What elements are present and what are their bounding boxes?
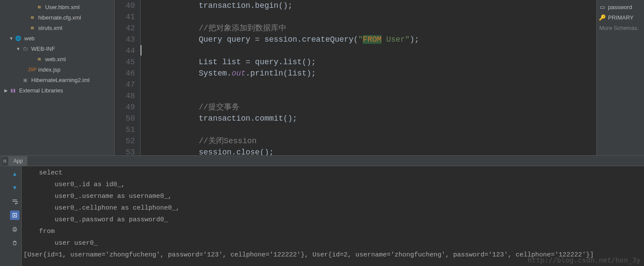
- code-line[interactable]: [147, 90, 596, 102]
- tree-item-external-libraries[interactable]: ▶▮▮External Libraries: [0, 85, 114, 95]
- editor-code-area[interactable]: transaction.begin();//把对象添加到数据库中Query qu…: [141, 0, 596, 155]
- code-line[interactable]: [147, 79, 596, 90]
- tree-item-label: User.hbm.xml: [45, 4, 79, 10]
- console-line: from: [23, 226, 644, 237]
- code-line[interactable]: [147, 45, 596, 56]
- line-number: 49: [115, 102, 135, 113]
- down-icon[interactable]: ▼: [10, 183, 20, 192]
- db-key-label: PRIMARY: [608, 14, 634, 21]
- soft-wrap-icon[interactable]: [10, 197, 20, 206]
- console-line: select: [23, 167, 644, 179]
- scroll-to-end-icon[interactable]: [10, 210, 20, 220]
- console-line: user0_.id as id0_,: [23, 179, 644, 190]
- line-number: 53: [115, 147, 135, 155]
- console-tab-icon[interactable]: n: [1, 156, 9, 166]
- line-number: 43: [115, 34, 135, 45]
- tree-item-label: hibernate.cfg.xml: [38, 14, 81, 21]
- line-number: 52: [115, 135, 135, 147]
- line-number: 42: [115, 23, 135, 34]
- tree-item-hibernatelearning2-iml[interactable]: ▣HibernateLearning2.iml: [0, 75, 114, 85]
- line-number: 47: [115, 79, 135, 90]
- tree-item-web-xml[interactable]: ≋web.xml: [0, 54, 114, 64]
- tree-item-label: index.jsp: [38, 66, 60, 73]
- console-line: user0_.cellphone as cellphone0_,: [23, 202, 644, 214]
- more-schemas-link[interactable]: More Schemas.: [599, 23, 644, 33]
- editor-gutter: 4041424344454647484950515253: [115, 0, 141, 155]
- code-line[interactable]: Query query = session.createQuery("FROM …: [147, 34, 596, 45]
- svg-rect-1: [13, 227, 16, 229]
- tree-item-web[interactable]: ▼🌐web: [0, 33, 114, 43]
- tree-item-label: External Libraries: [19, 87, 63, 94]
- db-key-row[interactable]: 🔑 PRIMARY: [599, 12, 644, 23]
- code-line[interactable]: System.out.println(list);: [147, 68, 596, 79]
- tree-item-web-inf[interactable]: ▼🗀WEB-INF: [0, 43, 114, 54]
- line-number: 51: [115, 124, 135, 135]
- line-number: 46: [115, 68, 135, 79]
- tree-toggle-icon[interactable]: ▼: [16, 46, 21, 51]
- console-tab-app[interactable]: App: [9, 156, 27, 166]
- tree-item-label: web.xml: [45, 56, 66, 62]
- console-line: user0_.username as username0_,: [23, 190, 644, 202]
- tree-item-label: WEB-INF: [31, 46, 55, 52]
- code-line[interactable]: //提交事务: [147, 102, 596, 113]
- tree-item-label: struts.xml: [38, 25, 62, 31]
- tree-toggle-icon[interactable]: ▼: [9, 36, 14, 41]
- tree-toggle-icon: [23, 15, 28, 20]
- code-line[interactable]: [147, 124, 596, 135]
- line-number: 48: [115, 90, 135, 102]
- tree-toggle-icon: [23, 67, 28, 72]
- tree-item-struts-xml[interactable]: ≋struts.xml: [0, 23, 114, 33]
- code-editor[interactable]: 4041424344454647484950515253 transaction…: [115, 0, 596, 155]
- code-line[interactable]: //把对象添加到数据库中: [147, 23, 596, 34]
- db-column-row[interactable]: ▭ password: [599, 2, 644, 12]
- console-line: user user0_: [23, 237, 644, 249]
- line-number: 41: [115, 11, 135, 23]
- database-panel[interactable]: ▭ password 🔑 PRIMARY More Schemas.: [596, 0, 644, 155]
- code-line[interactable]: List list = query.list();: [147, 56, 596, 68]
- column-icon: ▭: [599, 4, 605, 10]
- run-tool-window[interactable]: n App ▲ ▼ select user0_.id as id0_, user…: [0, 155, 644, 266]
- watermark: http://blog.csdn.net/hon_3y: [528, 256, 641, 264]
- key-icon: 🔑: [599, 14, 605, 21]
- up-icon[interactable]: ▲: [10, 169, 20, 178]
- editor-caret: [141, 45, 141, 56]
- tree-item-user-hbm-xml[interactable]: ≋User.hbm.xml: [0, 2, 114, 12]
- tree-item-index-jsp[interactable]: JSPindex.jsp: [0, 64, 114, 75]
- console-toolbar: ▲ ▼: [0, 166, 22, 266]
- clear-icon[interactable]: [10, 238, 20, 248]
- tree-item-hibernate-cfg-xml[interactable]: ≋hibernate.cfg.xml: [0, 12, 114, 23]
- console-output[interactable]: select user0_.id as id0_, user0_.usernam…: [22, 166, 644, 266]
- code-line[interactable]: session.close();: [147, 147, 596, 155]
- code-line[interactable]: transaction.commit();: [147, 113, 596, 124]
- line-number: 40: [115, 0, 135, 11]
- tree-toggle-icon[interactable]: ▶: [3, 88, 9, 93]
- code-line[interactable]: [147, 11, 596, 23]
- tree-toggle-icon: [16, 77, 21, 82]
- console-tabs: n App: [0, 156, 644, 166]
- tree-toggle-icon: [30, 4, 35, 10]
- code-line[interactable]: //关闭Session: [147, 135, 596, 147]
- code-line[interactable]: transaction.begin();: [147, 0, 596, 11]
- line-number: 50: [115, 113, 135, 124]
- line-number: 45: [115, 56, 135, 68]
- tree-toggle-icon: [30, 56, 35, 62]
- tree-item-label: HibernateLearning2.iml: [31, 77, 89, 83]
- tree-toggle-icon: [23, 25, 28, 30]
- project-tree[interactable]: ≋User.hbm.xml≋hibernate.cfg.xml≋struts.x…: [0, 0, 115, 155]
- line-number: 44: [115, 45, 135, 56]
- db-column-label: password: [608, 4, 632, 10]
- console-line: user0_.password as password0_: [23, 214, 644, 226]
- print-icon[interactable]: [10, 224, 20, 234]
- tree-item-label: web: [24, 35, 35, 42]
